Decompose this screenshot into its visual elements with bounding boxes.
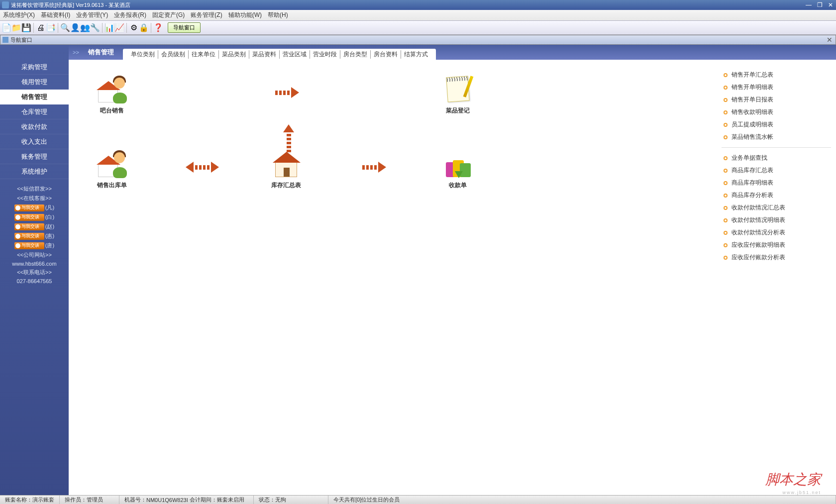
tab-dish-category[interactable]: 菜品类别 [219, 50, 249, 59]
tab-room-info[interactable]: 房台资料 [371, 50, 401, 59]
menu-business[interactable]: 业务管理(Y) [76, 11, 108, 19]
tb-icon-2[interactable]: 📁 [12, 23, 21, 32]
sidebar-item-maintenance[interactable]: 系统维护 [0, 164, 69, 179]
node-stock-summary[interactable]: 库存汇总表 [270, 149, 302, 190]
section-header: >> 销售管理 单位类别 会员级别 往来单位 菜品类别 菜品资料 营业区域 营业… [69, 45, 836, 60]
bullet-icon [724, 181, 728, 185]
report-link[interactable]: 收款付款情况汇总表 [722, 202, 831, 214]
mdi-area: 导航窗口 ✕ 采购管理 领用管理 销售管理 仓库管理 收款付款 收入支出 账务管… [0, 35, 836, 495]
nav-window-button[interactable]: 导航窗口 [168, 22, 201, 33]
report-link[interactable]: 商品库存分析表 [722, 189, 831, 202]
report-link[interactable]: 业务单据查找 [722, 152, 831, 164]
tab-contact-unit[interactable]: 往来单位 [189, 50, 219, 59]
tb-icon-9[interactable]: 🔧 [91, 23, 100, 32]
tb-icon-7[interactable]: 👤 [71, 23, 80, 32]
report-link[interactable]: 销售收款明细表 [722, 106, 831, 118]
tb-icon-5[interactable]: 📑 [46, 23, 55, 32]
tab-unit-category[interactable]: 单位类别 [128, 50, 158, 59]
sub-window-titlebar: 导航窗口 ✕ [0, 35, 836, 45]
bullet-icon [724, 110, 728, 114]
sidebar-item-accounting[interactable]: 账务管理 [0, 149, 69, 164]
arrow-right-icon [275, 87, 299, 98]
report-link[interactable]: 菜品销售流水帐 [722, 131, 831, 143]
sms-link[interactable]: <<短信群发>> [0, 184, 69, 194]
tab-business-time[interactable]: 营业时段 [310, 50, 340, 59]
minimize-button[interactable]: — [803, 1, 814, 8]
bullet-icon [724, 243, 728, 247]
report-link[interactable]: 销售开单明细表 [722, 81, 831, 94]
sidebar-item-sales[interactable]: 销售管理 [0, 90, 69, 104]
sidebar-item-income[interactable]: 收入支出 [0, 134, 69, 149]
tb-icon-8[interactable]: 👥 [81, 23, 90, 32]
menu-help[interactable]: 帮助(H) [268, 11, 288, 19]
arrow-bidir-icon [186, 162, 219, 173]
menu-basic[interactable]: 基础资料(I) [41, 11, 70, 19]
tab-dish-info[interactable]: 菜品资料 [249, 50, 280, 59]
tb-icon-12[interactable]: ⚙ [129, 23, 138, 32]
tb-icon-11[interactable]: 📈 [115, 23, 124, 32]
tb-icon-13[interactable]: 🔒 [139, 23, 148, 32]
tb-icon-4[interactable]: 🖨 [36, 23, 45, 32]
report-link[interactable]: 商品库存明细表 [722, 177, 831, 189]
qq-link-2[interactable]: 与我交谈(白) [0, 212, 69, 222]
report-label: 业务单据查找 [732, 154, 767, 162]
report-label: 销售开单日报表 [732, 96, 773, 104]
qq-link-1[interactable]: 与我交谈(凡) [0, 203, 69, 212]
tb-icon-3[interactable]: 💾 [22, 23, 31, 32]
report-link[interactable]: 员工提成明细表 [722, 118, 831, 131]
sub-window-close[interactable]: ✕ [827, 36, 833, 44]
qq-link-3[interactable]: 与我交谈(赵) [0, 222, 69, 231]
statusbar: 账套名称：演示账套 操作员：管理员 机器号：NM0U1Q6W823I 会计期间：… [0, 495, 836, 504]
tel-number: 027-86647565 [0, 277, 69, 285]
tb-icon-1[interactable]: 📄 [2, 23, 11, 32]
bullet-icon [724, 86, 728, 90]
report-link[interactable]: 收款付款情况分析表 [722, 226, 831, 239]
menu-aux[interactable]: 辅助功能(W) [228, 11, 262, 19]
report-link[interactable]: 应收应付账款分析表 [722, 251, 831, 264]
report-link[interactable]: 商品库存汇总表 [722, 164, 831, 177]
node-receipt[interactable]: 收款单 [442, 149, 474, 190]
node-sales-outbound[interactable]: 销售出库单 [96, 149, 128, 190]
tab-room-type[interactable]: 房台类型 [340, 50, 371, 59]
sidebar-item-warehouse[interactable]: 仓库管理 [0, 104, 69, 119]
close-button[interactable]: ✕ [825, 1, 836, 8]
window-titlebar: 速拓餐饮管理系统[经典版] Ver19.0613 - 某某酒店 — ❐ ✕ [0, 0, 836, 10]
sidebar-item-payment[interactable]: 收款付款 [0, 119, 69, 134]
report-link[interactable]: 应收应付账款明细表 [722, 239, 831, 251]
status-machine: NM0U1Q6W823I [146, 497, 188, 503]
tab-settlement[interactable]: 结算方式 [401, 50, 431, 59]
report-label: 员工提成明细表 [732, 120, 773, 129]
bullet-icon [724, 135, 728, 139]
bullet-icon [724, 206, 728, 210]
report-label: 收款付款情况汇总表 [732, 203, 785, 212]
report-link[interactable]: 收款付款情况明细表 [722, 214, 831, 226]
report-panel: 销售开单汇总表销售开单明细表销售开单日报表销售收款明细表员工提成明细表菜品销售流… [722, 65, 831, 268]
tb-icon-10[interactable]: 📊 [105, 23, 114, 32]
sidebar-item-purchase[interactable]: 采购管理 [0, 60, 69, 75]
tb-icon-6[interactable]: 🔍 [61, 23, 70, 32]
menu-reports[interactable]: 业务报表(R) [114, 11, 146, 19]
workspace: 采购管理 领用管理 销售管理 仓库管理 收款付款 收入支出 账务管理 系统维护 … [0, 45, 836, 495]
bullet-icon [724, 156, 728, 160]
watermark: 脚本之家 [765, 470, 821, 489]
tab-member-level[interactable]: 会员级别 [158, 50, 189, 59]
menu-accounts[interactable]: 账务管理(Z) [191, 11, 222, 19]
menu-assets[interactable]: 固定资产(G) [152, 11, 185, 19]
qq-link-5[interactable]: 与我交谈(唐) [0, 241, 69, 250]
node-bar-sales[interactable]: 吧台销售 [96, 75, 128, 115]
watermark-sub: www.jb51.net [782, 490, 821, 495]
node-dish-register[interactable]: 菜品登记 [442, 75, 474, 115]
company-site-link[interactable]: www.hbst666.com [0, 260, 69, 268]
report-link[interactable]: 销售开单日报表 [722, 94, 831, 106]
company-site-label: <<公司网站>> [0, 250, 69, 260]
tab-business-area[interactable]: 营业区域 [280, 50, 310, 59]
tb-icon-14[interactable]: ❓ [154, 23, 163, 32]
report-link[interactable]: 销售开单汇总表 [722, 69, 831, 81]
sidebar: 采购管理 领用管理 销售管理 仓库管理 收款付款 收入支出 账务管理 系统维护 … [0, 45, 69, 495]
sidebar-item-requisition[interactable]: 领用管理 [0, 75, 69, 90]
arrow-up-icon [283, 124, 294, 152]
menu-system[interactable]: 系统维护(X) [3, 11, 35, 19]
qq-link-4[interactable]: 与我交谈(惠) [0, 231, 69, 241]
restore-button[interactable]: ❐ [814, 1, 825, 8]
window-title: 速拓餐饮管理系统[经典版] Ver19.0613 - 某某酒店 [11, 1, 130, 9]
